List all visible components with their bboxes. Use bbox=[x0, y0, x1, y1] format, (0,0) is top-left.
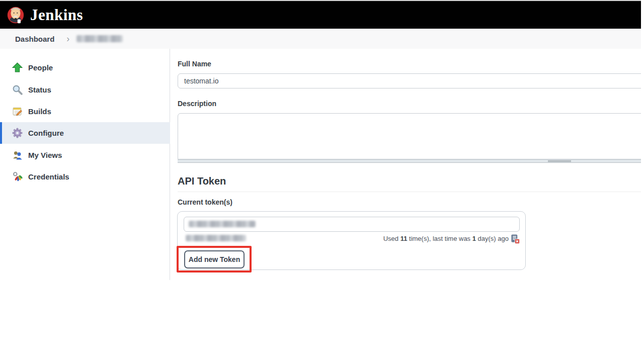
usage-count: 11 bbox=[400, 235, 408, 242]
top-header-bar: Jenkins bbox=[0, 1, 641, 29]
textarea-resize-handle[interactable] bbox=[178, 159, 641, 163]
resize-grip-icon bbox=[548, 160, 571, 162]
add-new-token-button[interactable]: Add new Token bbox=[184, 250, 245, 268]
main-content: Full Name Description API Token Current … bbox=[0, 49, 641, 362]
revoke-token-icon[interactable] bbox=[510, 234, 520, 244]
usage-prefix: Used bbox=[383, 235, 400, 242]
breadcrumb-chevron-icon: › bbox=[66, 34, 69, 43]
breadcrumb-user-redacted[interactable] bbox=[76, 35, 123, 42]
token-name-redacted bbox=[189, 221, 256, 227]
current-tokens-label: Current token(s) bbox=[178, 198, 232, 206]
api-token-section-title: API Token bbox=[178, 175, 226, 187]
description-textarea[interactable] bbox=[178, 113, 641, 159]
token-usage-text: Used 11 time(s), last time was 1 day(s) … bbox=[383, 235, 509, 242]
breadcrumb-dashboard-link[interactable]: Dashboard bbox=[15, 35, 54, 43]
jenkins-home-link[interactable]: Jenkins bbox=[6, 5, 83, 26]
breadcrumb: Dashboard › bbox=[0, 29, 641, 49]
jenkins-butler-icon bbox=[6, 5, 25, 26]
description-label: Description bbox=[178, 100, 216, 108]
usage-suffix: day(s) ago bbox=[476, 235, 509, 242]
token-panel: Used 11 time(s), last time was 1 day(s) … bbox=[177, 211, 526, 270]
token-created-info-redacted bbox=[186, 235, 246, 241]
token-meta-row: Used 11 time(s), last time was 1 day(s) … bbox=[178, 234, 525, 243]
full-name-input[interactable] bbox=[178, 73, 641, 88]
full-name-label: Full Name bbox=[178, 60, 211, 68]
brand-title: Jenkins bbox=[30, 6, 83, 24]
section-divider bbox=[178, 192, 641, 192]
usage-mid: time(s), last time was bbox=[407, 235, 472, 242]
usage-last-count: 1 bbox=[472, 235, 476, 242]
